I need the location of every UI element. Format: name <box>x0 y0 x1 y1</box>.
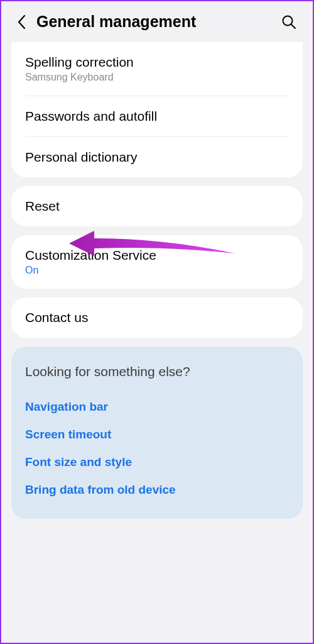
svg-point-0 <box>283 16 293 25</box>
settings-group-4: Contact us <box>11 297 303 338</box>
item-title: Personal dictionary <box>25 150 289 165</box>
spelling-correction-item[interactable]: Spelling correction Samsung Keyboard <box>11 42 303 96</box>
item-title: Spelling correction <box>25 55 289 70</box>
item-title: Contact us <box>25 310 289 325</box>
contact-us-item[interactable]: Contact us <box>11 297 303 338</box>
item-subtitle: On <box>25 265 289 276</box>
suggestions-title: Looking for something else? <box>25 364 289 379</box>
item-title: Customization Service <box>25 248 289 263</box>
item-title: Passwords and autofill <box>25 109 289 124</box>
search-icon <box>281 14 296 30</box>
personal-dictionary-item[interactable]: Personal dictionary <box>11 137 303 177</box>
page-title: General management <box>36 13 280 31</box>
item-subtitle: Samsung Keyboard <box>25 72 289 83</box>
suggestion-font-size-style[interactable]: Font size and style <box>25 448 289 476</box>
reset-item[interactable]: Reset <box>11 186 303 226</box>
header: General management <box>1 1 313 42</box>
suggestions-card: Looking for something else? Navigation b… <box>11 347 303 519</box>
suggestion-screen-timeout[interactable]: Screen timeout <box>25 421 289 448</box>
settings-group-1: Spelling correction Samsung Keyboard Pas… <box>11 42 303 177</box>
item-title: Reset <box>25 199 289 214</box>
suggestion-bring-data[interactable]: Bring data from old device <box>25 476 289 504</box>
customization-service-item[interactable]: Customization Service On <box>11 235 303 289</box>
chevron-left-icon <box>17 14 26 30</box>
settings-group-2: Reset <box>11 186 303 226</box>
search-button[interactable] <box>280 13 298 31</box>
back-button[interactable] <box>13 13 30 31</box>
passwords-autofill-item[interactable]: Passwords and autofill <box>11 96 303 136</box>
svg-line-1 <box>291 25 295 28</box>
settings-group-3: Customization Service On <box>11 235 303 289</box>
suggestion-navigation-bar[interactable]: Navigation bar <box>25 393 289 421</box>
